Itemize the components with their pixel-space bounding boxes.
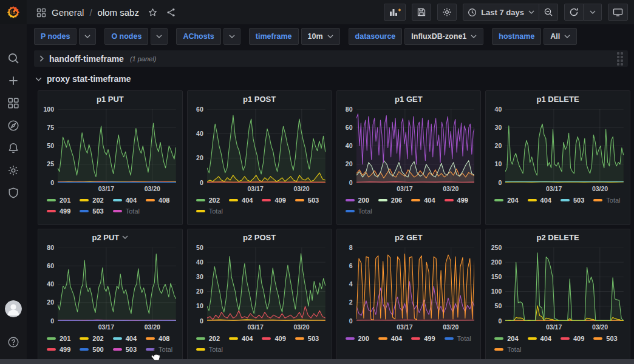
alerting-bell-icon[interactable] xyxy=(7,142,19,154)
variable-dropdown-caret[interactable] xyxy=(223,28,240,45)
legend-item[interactable]: 503 xyxy=(295,197,319,204)
legend-item[interactable]: 409 xyxy=(262,197,285,204)
variable-label[interactable]: O nodes xyxy=(104,28,148,45)
dashboard-title[interactable]: olom sabz xyxy=(98,7,139,18)
legend-item[interactable]: 503 xyxy=(295,335,319,342)
legend-item[interactable]: 503 xyxy=(80,207,103,215)
legend-item[interactable]: 201 xyxy=(47,197,70,204)
refresh-button[interactable] xyxy=(564,4,584,21)
kiosk-mode-button[interactable] xyxy=(608,4,628,21)
row-proxy-stat-timeframe[interactable]: proxy stat-timeframe xyxy=(35,72,628,86)
panel-header[interactable]: p2 GET xyxy=(337,229,481,245)
panel-header[interactable]: p1 DELETE xyxy=(486,91,630,107)
add-panel-button[interactable] xyxy=(384,4,406,21)
legend-item[interactable]: Total xyxy=(494,346,521,353)
legend-item[interactable]: 202 xyxy=(196,335,220,342)
plot[interactable] xyxy=(356,248,475,321)
horizontal-scrollbar[interactable] xyxy=(0,359,634,364)
legend-item[interactable]: 404 xyxy=(113,335,137,342)
legend-item[interactable]: 499 xyxy=(47,207,70,215)
legend-item[interactable]: 206 xyxy=(378,197,402,204)
admin-shield-icon[interactable] xyxy=(7,187,19,199)
legend-item[interactable]: 499 xyxy=(47,346,70,353)
legend-item[interactable]: 404 xyxy=(229,335,253,342)
share-icon[interactable] xyxy=(166,8,176,17)
legend-item[interactable]: 503 xyxy=(561,197,584,204)
dashboards-icon[interactable] xyxy=(7,97,19,109)
refresh-interval-dropdown[interactable] xyxy=(584,4,602,21)
legend-item[interactable]: Total xyxy=(113,207,140,215)
plot[interactable] xyxy=(505,109,624,183)
legend-item[interactable]: 204 xyxy=(494,197,518,204)
legend-item[interactable]: 404 xyxy=(229,197,253,204)
legend-item[interactable]: 500 xyxy=(80,346,103,353)
legend-item[interactable]: 404 xyxy=(411,197,435,204)
panel-header[interactable]: p1 GET xyxy=(337,91,481,107)
plot[interactable] xyxy=(58,248,176,321)
legend-item[interactable]: 202 xyxy=(80,197,103,204)
legend-item[interactable]: 202 xyxy=(196,197,220,204)
configuration-gear-icon[interactable] xyxy=(7,164,19,177)
legend-item[interactable]: Total xyxy=(346,207,372,215)
legend-item[interactable]: 200 xyxy=(346,197,369,204)
variable-label[interactable]: datasource xyxy=(349,28,403,45)
plot[interactable] xyxy=(505,248,624,321)
legend-item[interactable]: 408 xyxy=(146,197,169,204)
panel-menu-caret[interactable] xyxy=(122,235,128,239)
star-icon[interactable] xyxy=(148,8,157,17)
legend-item[interactable]: 404 xyxy=(528,197,551,204)
variable-value-dropdown[interactable]: All xyxy=(544,28,577,45)
legend-item[interactable]: Total xyxy=(196,346,223,353)
legend-item[interactable]: 503 xyxy=(113,346,137,353)
legend-item[interactable]: 404 xyxy=(528,335,551,342)
legend-item[interactable]: 409 xyxy=(561,335,584,342)
variable-value-dropdown[interactable]: 10m xyxy=(301,28,340,45)
user-avatar[interactable] xyxy=(5,300,22,317)
y-axis: 01020304050 xyxy=(189,248,207,321)
variable-label[interactable]: timeframe xyxy=(249,28,299,45)
legend-item[interactable]: 503 xyxy=(593,335,617,342)
legend-item[interactable]: Total xyxy=(146,346,172,353)
variable-dropdown-caret[interactable] xyxy=(79,28,96,45)
variable-label[interactable]: hostname xyxy=(492,28,541,45)
plot[interactable] xyxy=(207,248,326,321)
legend-item[interactable]: Total xyxy=(445,335,471,342)
panel-header[interactable]: p1 PUT xyxy=(38,91,182,107)
legend-item[interactable]: 499 xyxy=(445,197,468,204)
panel-header[interactable]: p2 DELETE xyxy=(486,229,630,245)
legend-item[interactable]: 201 xyxy=(47,335,70,342)
legend-item[interactable]: 409 xyxy=(262,335,285,342)
search-icon[interactable] xyxy=(7,52,19,64)
plot[interactable] xyxy=(356,109,475,183)
legend-item[interactable]: 408 xyxy=(146,335,169,342)
variable-label[interactable]: AChosts xyxy=(176,28,220,45)
variable-dropdown-caret[interactable] xyxy=(151,28,168,45)
zoom-out-time-button[interactable] xyxy=(539,4,558,21)
legend-item[interactable]: 202 xyxy=(80,335,103,342)
legend-item[interactable]: 200 xyxy=(346,335,369,342)
time-range-picker[interactable]: Last 7 days xyxy=(463,4,539,21)
legend-item[interactable]: 404 xyxy=(113,197,137,204)
panel-header[interactable]: p2 PUT xyxy=(38,229,182,245)
dashboard-settings-button[interactable] xyxy=(437,4,457,21)
panel-header[interactable]: p2 POST xyxy=(188,229,332,245)
variable-label[interactable]: P nodes xyxy=(34,28,77,45)
legend-item[interactable]: 404 xyxy=(378,335,402,342)
drag-handle-dots[interactable] xyxy=(617,52,623,66)
legend-item[interactable]: 499 xyxy=(411,335,435,342)
legend-item[interactable]: 204 xyxy=(494,335,518,342)
breadcrumb-folder[interactable]: General xyxy=(52,7,84,18)
grafana-logo[interactable] xyxy=(0,0,27,24)
panel-header[interactable]: p1 POST xyxy=(188,91,332,107)
plot[interactable] xyxy=(58,109,176,183)
legend-item[interactable]: Total xyxy=(593,197,620,204)
help-question-icon[interactable] xyxy=(7,336,19,348)
x-tick-label: 03/17 xyxy=(98,323,114,331)
legend-item[interactable]: Total xyxy=(196,207,223,215)
plus-icon[interactable] xyxy=(7,75,19,87)
plot[interactable] xyxy=(207,109,326,183)
explore-compass-icon[interactable] xyxy=(7,120,19,132)
save-dashboard-button[interactable] xyxy=(412,4,431,21)
variable-value-dropdown[interactable]: InfluxDB-zone1 xyxy=(404,28,483,45)
row-handoff-timeframe[interactable]: handoff-timeframe (1 panel) xyxy=(34,50,628,67)
